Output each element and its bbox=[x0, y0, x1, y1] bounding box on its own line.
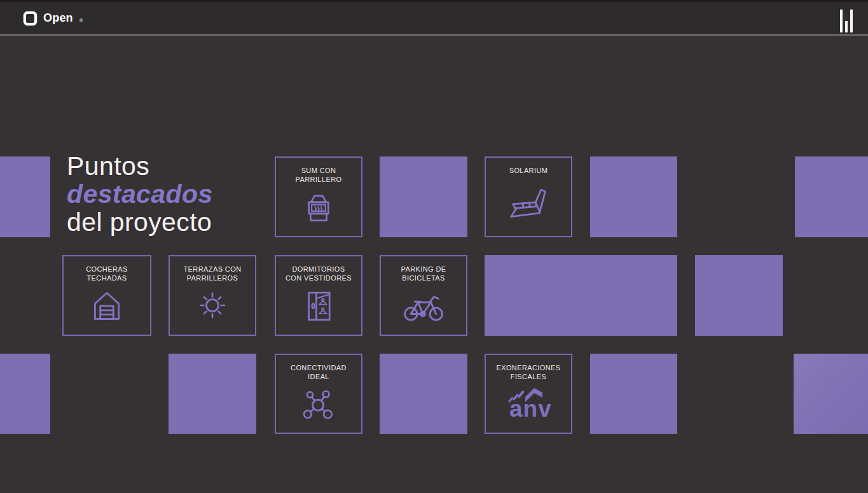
bicycle-icon bbox=[385, 282, 462, 328]
wardrobe-icon bbox=[280, 282, 357, 328]
grill-icon bbox=[280, 184, 357, 230]
card-label: EXONERACIONES FISCALES bbox=[495, 363, 562, 381]
card-parking-de-bicicletas: PARKING DE BICICLETAS bbox=[380, 255, 467, 336]
purple-tile bbox=[169, 354, 256, 434]
card-label: TERRAZAS CON PARRILLEROS bbox=[179, 265, 246, 282]
page: Open ® Puntos destacados del proyecto SU… bbox=[0, 0, 868, 493]
card-label: COCHERAS TECHADAS bbox=[73, 265, 141, 282]
card-label: CONECTIVIDAD IDEAL bbox=[285, 363, 352, 381]
menu-bar-middle bbox=[845, 21, 848, 32]
card-label: PARKING DE BICICLETAS bbox=[390, 265, 457, 282]
purple-tile bbox=[590, 354, 677, 434]
top-bar: Open ® bbox=[0, 0, 868, 36]
anv-logo: anv bbox=[490, 381, 567, 426]
title-line-1: Puntos bbox=[67, 152, 213, 180]
brand-name: Open bbox=[43, 10, 73, 25]
card-dormitorios-con-vestidores: DORMITORIOS CON VESTIDORES bbox=[275, 255, 362, 336]
anv-logo-text: anv bbox=[509, 397, 552, 420]
purple-tile bbox=[590, 156, 677, 237]
purple-tile bbox=[0, 354, 50, 434]
menu-bars-icon[interactable] bbox=[840, 10, 853, 32]
card-label: DORMITORIOS CON VESTIDORES bbox=[285, 265, 352, 282]
open-logo-icon bbox=[23, 11, 38, 26]
network-icon bbox=[280, 381, 357, 426]
card-sum-con-parrillero: SUM CON PARRILLERO bbox=[275, 156, 362, 237]
sun-icon bbox=[174, 282, 251, 328]
menu-bar-left bbox=[840, 10, 843, 32]
purple-tile bbox=[795, 156, 868, 237]
purple-tile-wide bbox=[485, 255, 677, 336]
card-label: SUM CON PARRILLERO bbox=[285, 166, 352, 184]
title-line-2: destacados bbox=[67, 180, 213, 208]
card-label: SOLARIUM bbox=[509, 166, 548, 175]
page-title: Puntos destacados del proyecto bbox=[67, 152, 213, 236]
card-terrazas-con-parrilleros: TERRAZAS CON PARRILLEROS bbox=[169, 255, 256, 336]
title-line-3: del proyecto bbox=[67, 208, 213, 236]
card-solarium: SOLARIUM bbox=[485, 156, 572, 237]
garage-icon bbox=[67, 282, 146, 328]
menu-bar-right bbox=[850, 10, 853, 32]
brand-logo[interactable]: Open ® bbox=[23, 10, 83, 26]
card-exoneraciones-fiscales: EXONERACIONES FISCALES anv bbox=[485, 354, 572, 434]
purple-tile-textured bbox=[794, 354, 868, 434]
purple-tile bbox=[0, 156, 50, 237]
registered-mark: ® bbox=[79, 18, 83, 24]
purple-tile bbox=[380, 354, 467, 434]
lounge-chair-icon bbox=[490, 175, 567, 230]
purple-tile bbox=[695, 255, 783, 336]
purple-tile bbox=[380, 156, 467, 237]
card-conectividad-ideal: CONECTIVIDAD IDEAL bbox=[275, 354, 362, 434]
card-cocheras-techadas: COCHERAS TECHADAS bbox=[62, 255, 151, 336]
